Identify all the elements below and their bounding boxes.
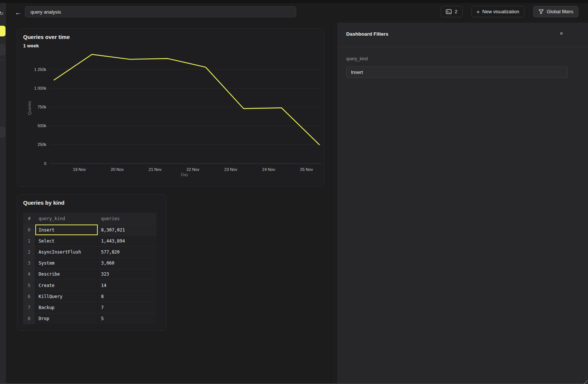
table-header-query-kind: query_kind: [35, 213, 98, 224]
console-count: 2: [455, 9, 457, 14]
topbar-buttons: 2 + New visualization Global filters: [441, 6, 578, 17]
new-visualization-label: New visualization: [482, 9, 519, 14]
x-tick-label: 19 Nov: [73, 167, 86, 172]
queries-over-time-card: Queries over time 1 week 1 250k1 000k750…: [17, 28, 325, 187]
window-top-strip: [0, 0, 588, 3]
queries-count-cell[interactable]: 323: [98, 269, 157, 280]
row-index-cell: 8: [23, 313, 35, 324]
y-tick-label: 500k: [37, 123, 46, 128]
table-row: 2AsyncInsertFlush577,820: [23, 246, 157, 257]
y-axis-name: Queries: [27, 101, 32, 115]
app-sidebar: ↻: [0, 3, 6, 384]
table-title: Queries by kind: [23, 200, 65, 206]
row-index-cell: 2: [23, 247, 35, 257]
table-header-queries: queries: [98, 213, 157, 224]
queries-count-cell[interactable]: 577,820: [98, 247, 157, 257]
panel-title: Dashboard Filters: [346, 31, 388, 37]
console-icon: [446, 9, 452, 14]
queries-count-cell[interactable]: 5: [98, 313, 157, 324]
table-row: 7Backup7: [23, 302, 157, 313]
y-tick-label: 750k: [37, 105, 46, 109]
chart-title: Queries over time: [23, 34, 70, 40]
query-kind-cell[interactable]: AsyncInsertFlush: [35, 247, 98, 257]
query-kind-cell[interactable]: Backup: [35, 302, 98, 313]
plus-icon: +: [477, 8, 480, 15]
global-filters-button[interactable]: Global filters: [533, 6, 578, 17]
row-index-cell: 0: [23, 225, 35, 235]
table-row: 6KillQuery8: [23, 291, 157, 302]
x-tick-label: 20 Nov: [111, 167, 124, 172]
back-arrow-icon[interactable]: ←: [15, 8, 21, 17]
query-kind-cell[interactable]: Select: [35, 236, 98, 246]
queries-by-kind-table: # query_kind queries 0Insert8,307,0211Se…: [23, 213, 157, 324]
queries-over-time-chart[interactable]: 1 250k1 000k750k500k250k0 19 Nov20 Nov21…: [17, 29, 325, 187]
chart-y-ticks: 1 250k1 000k750k500k250k0: [34, 67, 47, 166]
queries-by-kind-card: Queries by kind # query_kind queries 0In…: [17, 194, 166, 331]
x-tick-label: 24 Nov: [262, 167, 275, 172]
y-tick-label: 250k: [37, 142, 46, 147]
chart-gridlines: [50, 69, 322, 164]
table-header-row: # query_kind queries: [23, 213, 157, 224]
table-header-index: #: [23, 213, 35, 224]
queries-count-cell[interactable]: 7: [98, 302, 157, 313]
chart-subtitle: 1 week: [23, 43, 39, 49]
history-icon[interactable]: ↻: [0, 10, 4, 16]
table-row: 5Create14: [23, 280, 157, 291]
sidebar-item[interactable]: [0, 127, 6, 137]
query-kind-field-label: query_kind: [346, 56, 368, 61]
queries-count-cell[interactable]: 14: [98, 280, 157, 291]
x-tick-label: 21 Nov: [149, 167, 162, 172]
row-index-cell: 7: [23, 302, 35, 313]
top-bar: ← 2 + New visualization Global filter: [6, 3, 588, 23]
query-kind-cell[interactable]: System: [35, 258, 98, 269]
row-index-cell: 5: [23, 280, 35, 291]
x-tick-label: 22 Nov: [187, 167, 200, 172]
x-tick-label: 25 Nov: [300, 167, 313, 172]
queries-count-cell[interactable]: 1,443,894: [98, 236, 157, 246]
y-tick-label: 1 250k: [34, 67, 47, 72]
queries-line-series: [54, 54, 319, 145]
queries-count-cell[interactable]: 3,060: [98, 258, 157, 269]
dashboard-filters-panel: Dashboard Filters × query_kind: [332, 23, 588, 384]
y-tick-label: 0: [44, 161, 46, 166]
table-row: 3System3,060: [23, 258, 157, 269]
table-body: 0Insert8,307,0211Select1,443,8942AsyncIn…: [23, 224, 157, 324]
sidebar-item-active[interactable]: [0, 26, 6, 36]
chart-x-ticks: 19 Nov20 Nov21 Nov22 Nov23 Nov24 Nov25 N…: [73, 167, 313, 172]
global-filters-label: Global filters: [547, 9, 573, 14]
row-index-cell: 3: [23, 258, 35, 269]
row-index-cell: 1: [23, 236, 35, 246]
dashboard-title-input[interactable]: [25, 6, 296, 17]
queries-count-cell[interactable]: 8: [98, 291, 157, 302]
queries-count-cell[interactable]: 8,307,021: [98, 225, 157, 235]
table-row: 4Describe323: [23, 269, 157, 280]
panel-divider: [337, 47, 588, 47]
query-kind-cell[interactable]: Insert: [35, 225, 98, 235]
sidebar-item[interactable]: [0, 44, 6, 55]
close-icon[interactable]: ×: [560, 30, 563, 37]
query-kind-cell[interactable]: Describe: [35, 269, 98, 280]
row-index-cell: 6: [23, 291, 35, 302]
console-count-button[interactable]: 2: [441, 6, 462, 17]
query-kind-filter-input[interactable]: [346, 67, 568, 78]
x-axis-name: Day: [181, 172, 188, 177]
row-index-cell: 4: [23, 269, 35, 280]
table-row: 0Insert8,307,021: [23, 224, 157, 235]
table-row: 1Select1,443,894: [23, 235, 157, 246]
query-kind-cell[interactable]: Create: [35, 280, 98, 291]
funnel-icon: [538, 9, 544, 14]
x-tick-label: 23 Nov: [225, 167, 237, 172]
y-tick-label: 1 000k: [34, 86, 47, 90]
query-kind-cell[interactable]: KillQuery: [35, 291, 98, 302]
new-visualization-button[interactable]: + New visualization: [472, 6, 524, 17]
query-kind-cell[interactable]: Drop: [35, 313, 98, 324]
sidebar-divider: [0, 60, 6, 60]
table-row: 8Drop5: [23, 313, 157, 324]
